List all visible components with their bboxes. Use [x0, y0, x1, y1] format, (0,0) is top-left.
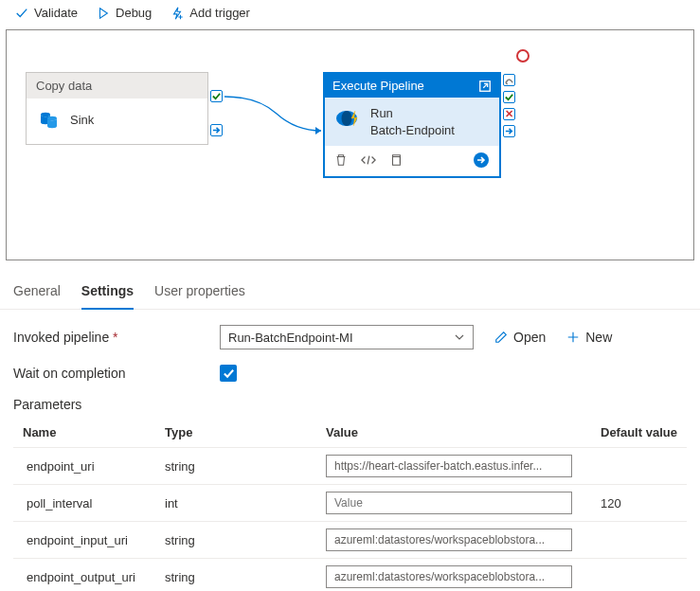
- database-icon: [38, 108, 61, 131]
- param-name: poll_interval: [13, 485, 155, 522]
- plus-icon: [566, 331, 580, 344]
- exec-node-line1: Run: [370, 105, 455, 122]
- new-button[interactable]: New: [566, 330, 612, 345]
- output-port-success-exec[interactable]: [503, 91, 515, 103]
- breakpoint-icon[interactable]: [516, 49, 529, 63]
- invoked-pipeline-label: Invoked pipeline *: [13, 330, 220, 345]
- check-icon: [15, 7, 28, 20]
- pencil-icon: [494, 331, 508, 344]
- param-type: string: [155, 522, 316, 559]
- param-value-input[interactable]: [326, 455, 572, 477]
- tab-general[interactable]: General: [13, 278, 61, 309]
- validate-button[interactable]: Validate: [8, 2, 85, 24]
- add-trigger-label: Add trigger: [189, 6, 250, 20]
- properties-tabs: General Settings User properties: [0, 264, 700, 310]
- table-row: endpoint_uristring: [13, 448, 687, 485]
- tab-settings[interactable]: Settings: [81, 278, 134, 310]
- validate-label: Validate: [34, 6, 78, 20]
- col-header-default: Default value: [591, 418, 687, 448]
- param-value-input[interactable]: [326, 492, 572, 514]
- copy-data-node[interactable]: Copy data Sink: [26, 72, 208, 145]
- tab-user-properties[interactable]: User properties: [154, 278, 245, 309]
- output-port-failure[interactable]: ✕: [503, 108, 515, 120]
- param-type: string: [155, 559, 316, 592]
- param-name: endpoint_input_uri: [13, 522, 155, 559]
- parameters-label: Parameters: [13, 397, 687, 412]
- col-header-value: Value: [316, 418, 591, 448]
- chevron-down-icon: [454, 331, 465, 343]
- invoked-pipeline-value: Run-BatchEndpoint-MI: [228, 331, 353, 345]
- add-trigger-button[interactable]: Add trigger: [163, 2, 258, 24]
- execute-pipeline-node[interactable]: Execute Pipeline Run Batch-Endpoint: [323, 72, 501, 178]
- param-name: endpoint_output_uri: [13, 559, 155, 592]
- open-button[interactable]: Open: [494, 330, 546, 345]
- svg-point-1: [47, 116, 57, 120]
- svg-rect-5: [393, 157, 401, 166]
- param-default: [591, 559, 687, 592]
- param-default: [591, 522, 687, 559]
- copy-data-label: Sink: [70, 113, 94, 127]
- table-row: endpoint_input_uristring: [13, 522, 687, 559]
- wait-on-completion-checkbox[interactable]: [220, 365, 237, 382]
- play-icon: [97, 7, 110, 20]
- external-link-icon[interactable]: [478, 80, 492, 93]
- delete-icon[interactable]: [334, 153, 348, 167]
- debug-label: Debug: [116, 6, 152, 20]
- svg-point-0: [41, 113, 50, 116]
- toolbar: Validate Debug Add trigger: [0, 0, 700, 29]
- lightning-icon: [171, 7, 184, 20]
- table-row: endpoint_output_uristring: [13, 559, 687, 592]
- output-port-completion[interactable]: [210, 124, 223, 136]
- check-icon: [223, 367, 235, 380]
- parameters-table: Name Type Value Default value endpoint_u…: [13, 418, 687, 591]
- run-arrow-icon[interactable]: [473, 152, 490, 169]
- debug-button[interactable]: Debug: [89, 2, 159, 24]
- exec-node-line2: Batch-Endpoint: [370, 122, 455, 139]
- param-default: 120: [591, 485, 687, 522]
- output-port-skip[interactable]: [503, 74, 515, 86]
- invoked-pipeline-select[interactable]: Run-BatchEndpoint-MI: [220, 325, 474, 349]
- param-value-input[interactable]: [326, 528, 572, 551]
- table-row: poll_intervalint120: [13, 485, 687, 522]
- execute-pipeline-title: Execute Pipeline: [332, 79, 424, 93]
- pipeline-run-icon: [334, 105, 361, 132]
- svg-point-4: [342, 111, 352, 126]
- output-port-completion-exec[interactable]: [503, 125, 515, 137]
- output-port-success[interactable]: [210, 90, 223, 102]
- param-name: endpoint_uri: [13, 448, 155, 485]
- settings-form: Invoked pipeline * Run-BatchEndpoint-MI …: [0, 310, 700, 591]
- clone-icon[interactable]: [389, 153, 403, 167]
- wait-on-completion-label: Wait on completion: [13, 366, 220, 381]
- param-type: int: [155, 485, 316, 522]
- col-header-name: Name: [13, 418, 155, 448]
- col-header-type: Type: [155, 418, 316, 448]
- connector-line: [224, 87, 329, 144]
- copy-data-header: Copy data: [27, 73, 207, 98]
- param-type: string: [155, 448, 316, 485]
- pipeline-canvas[interactable]: Copy data Sink Execute Pipeline Run Batc…: [6, 29, 694, 260]
- param-default: [591, 448, 687, 485]
- param-value-input[interactable]: [326, 565, 572, 588]
- code-icon[interactable]: [361, 153, 376, 167]
